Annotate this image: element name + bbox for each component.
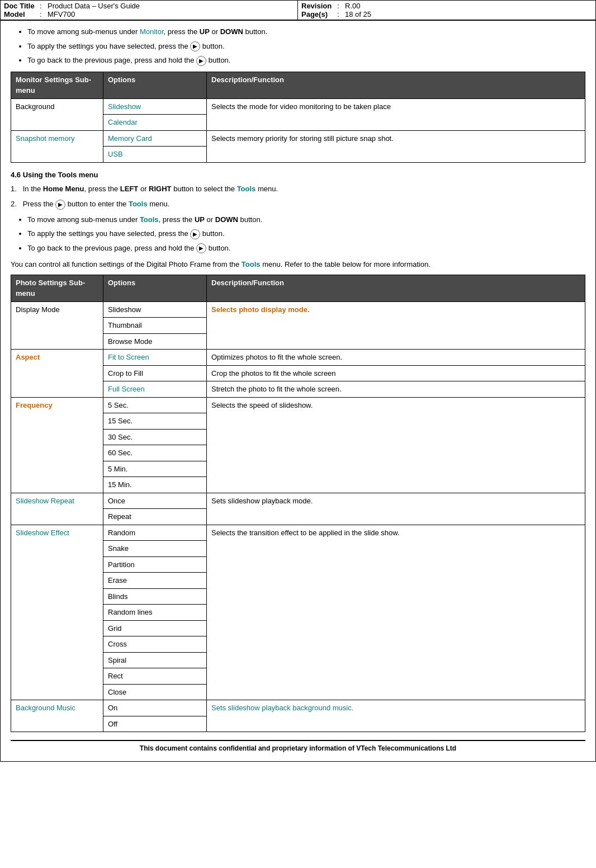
monitor-bullet-1: To move among sub-menus under Monitor, p… [27,26,585,37]
photo-opt-browse: Browse Mode [103,333,207,350]
photo-desc-fullscreen: Stretch the photo to fit the whole scree… [207,381,585,398]
photo-row-effect-1: Slideshow Effect Random Selects the tran… [11,525,585,541]
photo-sub-aspect: Aspect [11,350,103,398]
tools-bullet-1: To move among sub-menus under Tools, pre… [27,214,585,225]
photo-opt-randomlines: Random lines [103,605,207,621]
monitor-desc-snapshot: Selects memory priority for storing stil… [207,130,585,162]
tools-bullet-3: To go back to the previous page, press a… [27,243,585,254]
photo-row-freq-1: Frequency 5 Sec. Selects the speed of sl… [11,397,585,413]
photo-opt-60sec: 60 Sec. [103,445,207,461]
revision-label: Revision [301,2,335,10]
photo-opt-15sec: 15 Sec. [103,413,207,430]
model-value: MFV700 [48,10,75,18]
back-icon: ▶ [196,56,206,66]
photo-row-aspect-1: Aspect Fit to Screen Optimizes photos to… [11,350,585,366]
doc-header: Doc Title : Product Data – User's Guide … [1,1,595,21]
apply-icon-2: ▶ [190,229,200,239]
revision-sep: : [337,2,343,10]
doc-header-left: Doc Title : Product Data – User's Guide … [1,1,298,20]
monitor-highlight: Monitor [140,27,164,36]
photo-desc-frequency: Selects the speed of slideshow. [207,397,585,493]
photo-opt-crop: Crop to Fill [103,365,207,381]
photo-opt-off: Off [103,716,207,732]
photo-desc-crop: Crop the photos to fit the whole screen [207,365,585,381]
photo-opt-close: Close [103,684,207,700]
photo-opt-rect: Rect [103,668,207,685]
photo-opt-repeat: Repeat [103,509,207,525]
photo-row-display-1: Display Mode Slideshow Selects photo dis… [11,301,585,318]
monitor-opt-usb: USB [103,147,207,163]
photo-desc-effect: Selects the transition effect to be appl… [207,525,585,700]
revision-value: R.00 [345,2,360,10]
tools-bullets: To move among sub-menus under Tools, pre… [27,214,585,254]
doc-title-row: Doc Title : Product Data – User's Guide [4,2,294,10]
photo-desc-display: Selects photo display mode. [207,301,585,350]
photo-opt-30sec: 30 Sec. [103,429,207,445]
revision-row: Revision : R.00 [301,2,592,10]
photo-row-bgmusic-1: Background Music On Sets slideshow playb… [11,700,585,716]
monitor-bullets: To move among sub-menus under Monitor, p… [27,26,585,66]
photo-sub-frequency: Frequency [11,397,103,493]
monitor-col-opt-header: Options [103,72,207,98]
section-4-6-heading: 4.6 Using the Tools menu [11,171,585,179]
photo-opt-spiral: Spiral [103,652,207,668]
footer-text: This document contains confidential and … [140,744,456,752]
monitor-bullet-2: To apply the settings you have selected,… [27,41,585,52]
photo-opt-thumbnail: Thumbnail [103,318,207,334]
monitor-col-desc-header: Description/Function [207,72,585,98]
photo-sub-display: Display Mode [11,301,103,350]
monitor-table-header: Monitor Settings Sub-menu Options Descri… [11,72,585,98]
monitor-row-snapshot: Snapshot memory Memory Card Selects memo… [11,130,585,147]
doc-header-right: Revision : R.00 Page(s) : 18 of 25 [298,1,595,20]
photo-opt-5sec: 5 Sec. [103,397,207,413]
monitor-sub-background: Background [11,98,103,130]
monitor-bullet-3: To go back to the previous page, press a… [27,55,585,66]
photo-opt-on: On [103,700,207,716]
photo-opt-partition: Partition [103,556,207,573]
photo-opt-fullscreen: Full Screen [103,381,207,398]
photo-col-sub-header: Photo Settings Sub-menu [11,275,103,301]
photo-col-desc-header: Description/Function [207,275,585,301]
section-4-6-title: 4.6 Using the Tools menu [11,171,98,179]
photo-opt-15min: 15 Min. [103,477,207,493]
pages-value: 18 of 25 [345,10,371,18]
apply-icon: ▶ [190,41,200,51]
doc-title-value: Product Data – User's Guide [48,2,140,10]
photo-desc-bgmusic: Sets slideshow playback background music… [207,700,585,732]
model-row: Model : MFV700 [4,10,294,18]
model-label: Model [4,10,37,18]
photo-opt-fit: Fit to Screen [103,350,207,366]
back-icon-2: ▶ [196,243,206,253]
monitor-desc-background: Selects the mode for video monitoring to… [207,98,585,130]
photo-opt-slideshow: Slideshow [103,301,207,318]
doc-title-sep: : [40,2,45,10]
step1: 1. In the Home Menu, press the LEFT or R… [11,183,585,195]
monitor-settings-table: Monitor Settings Sub-menu Options Descri… [11,72,585,163]
monitor-opt-slideshow: Slideshow [103,98,207,115]
photo-desc-fit: Optimizes photos to fit the whole screen… [207,350,585,366]
photo-opt-blinds: Blinds [103,588,207,605]
photo-opt-cross: Cross [103,636,207,653]
monitor-opt-memcard: Memory Card [103,130,207,147]
photo-opt-random: Random [103,525,207,541]
photo-opt-once: Once [103,493,207,509]
tools-bullet-2: To apply the settings you have selected,… [27,228,585,239]
page-wrapper: Doc Title : Product Data – User's Guide … [0,0,596,762]
photo-settings-table: Photo Settings Sub-menu Options Descript… [11,275,585,733]
monitor-opt-calendar: Calendar [103,115,207,131]
monitor-col-sub-header: Monitor Settings Sub-menu [11,72,103,98]
doc-title-label: Doc Title [4,2,37,10]
photo-desc-repeat: Sets slideshow playback mode. [207,493,585,525]
pages-sep: : [337,10,343,18]
monitor-sub-snapshot: Snapshot memory [11,130,103,162]
pages-label: Page(s) [301,10,335,18]
photo-opt-grid: Grid [103,620,207,636]
model-sep: : [40,10,45,18]
main-content: To move among sub-menus under Monitor, p… [1,21,595,761]
step2: 2. Press the ▶ button to enter the Tools… [11,199,585,210]
photo-opt-5min: 5 Min. [103,461,207,477]
pages-row: Page(s) : 18 of 25 [301,10,592,18]
photo-sub-repeat: Slideshow Repeat [11,493,103,525]
photo-table-header: Photo Settings Sub-menu Options Descript… [11,275,585,301]
photo-col-opt-header: Options [103,275,207,301]
